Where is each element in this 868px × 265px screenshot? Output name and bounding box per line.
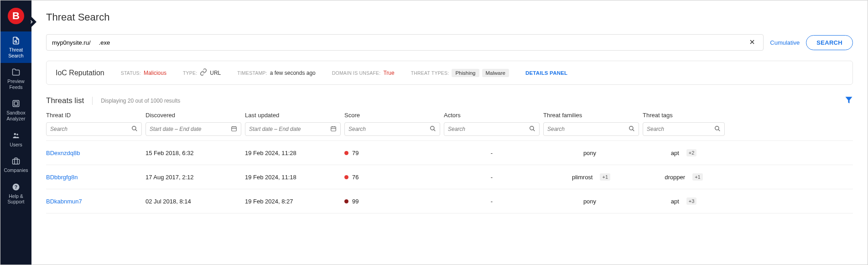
status-label: STATUS: [121, 70, 141, 76]
svg-marker-11 [846, 97, 852, 103]
search-icon[interactable] [430, 125, 436, 133]
threat-id-link[interactable]: BDexnzdq8b [46, 150, 80, 156]
search-input[interactable] [52, 35, 747, 50]
svg-point-22 [431, 126, 434, 130]
link-icon [200, 68, 207, 77]
users-icon [11, 131, 21, 140]
timestamp-value: a few seconds ago [270, 70, 316, 76]
domain-unsafe-label: DOMAIN IS UNSAFE: [332, 70, 381, 76]
search-row: Cumulative SEARCH [46, 34, 853, 51]
filter-discovered-input[interactable] [150, 126, 228, 132]
details-panel-link[interactable]: DETAILS PANEL [525, 70, 567, 76]
sidebar: B Threat Search Preview Feeds Sandbox An… [0, 0, 31, 265]
score-dot-icon [344, 199, 348, 203]
svg-line-13 [135, 129, 137, 131]
more-badge[interactable]: +2 [686, 149, 697, 156]
page-title: Threat Search [46, 11, 853, 23]
sidebar-item-preview-feeds[interactable]: Preview Feeds [0, 63, 31, 94]
updated-cell: 19 Feb 2024, 11:28 [245, 150, 341, 156]
search-icon[interactable] [629, 125, 635, 133]
svg-rect-18 [331, 126, 336, 130]
sidebar-item-companies[interactable]: Companies [0, 152, 31, 178]
threats-table: Threat ID Discovered Last updated [46, 112, 853, 213]
filter-icon[interactable] [845, 96, 853, 105]
type-field: TYPE: URL [183, 68, 221, 77]
more-badge[interactable]: +3 [686, 197, 697, 205]
filter-tags-input[interactable] [647, 126, 712, 132]
updated-cell: 19 Feb 2024, 11:18 [245, 174, 341, 181]
filter-tags[interactable] [643, 122, 725, 136]
table-header: Threat ID Discovered Last updated [46, 112, 853, 141]
search-button[interactable]: SEARCH [806, 35, 853, 50]
col-score: Score [344, 112, 440, 119]
sidebar-item-threat-search[interactable]: Threat Search [0, 31, 31, 63]
domain-unsafe-field: DOMAIN IS UNSAFE: True [332, 70, 395, 76]
ioc-reputation-title: IoC Reputation [56, 69, 104, 77]
ioc-reputation-panel: IoC Reputation STATUS: Malicious TYPE: U… [46, 61, 853, 85]
svg-rect-3 [14, 102, 18, 106]
filter-updated-input[interactable] [249, 126, 327, 132]
svg-rect-14 [232, 126, 237, 130]
filter-threat-id-input[interactable] [50, 126, 129, 132]
filter-score-input[interactable] [348, 126, 427, 132]
filter-score[interactable] [344, 122, 440, 136]
search-icon[interactable] [131, 125, 138, 133]
clear-search-button[interactable] [747, 36, 758, 49]
timestamp-label: TIMESTAMP: [237, 70, 267, 76]
table-row: BDbbrgfg8n 17 Aug 2017, 2:12 19 Feb 2024… [46, 165, 853, 189]
sidebar-item-label: Help & Support [2, 193, 30, 205]
search-box [46, 34, 764, 51]
search-icon[interactable] [529, 125, 535, 133]
status-value: Malicious [144, 70, 166, 76]
threat-id-link[interactable]: BDbbrgfg8n [46, 174, 78, 181]
svg-point-12 [132, 126, 136, 130]
status-field: STATUS: Malicious [121, 70, 166, 76]
more-badge[interactable]: +1 [600, 173, 610, 181]
svg-text:?: ? [15, 184, 17, 190]
filter-updated[interactable] [245, 122, 341, 136]
domain-unsafe-value: True [383, 70, 394, 76]
svg-rect-2 [13, 101, 19, 107]
threat-types-label: THREAT TYPES: [411, 70, 449, 76]
col-families: Threat families [543, 112, 639, 119]
families-cell: plimrost+1 [543, 173, 639, 181]
threats-list-header: Threats list Displaying 20 out of 1000 r… [46, 96, 853, 105]
threats-list-title: Threats list [46, 96, 84, 105]
filter-actors-input[interactable] [448, 126, 526, 132]
filter-families-input[interactable] [547, 126, 626, 132]
score-cell: 79 [344, 150, 440, 156]
calendar-icon[interactable] [330, 125, 337, 133]
filter-discovered[interactable] [146, 122, 241, 136]
help-icon: ? [11, 182, 21, 192]
filter-threat-id[interactable] [46, 122, 142, 136]
cumulative-link[interactable]: Cumulative [770, 39, 800, 46]
calendar-icon[interactable] [231, 125, 237, 133]
threat-id-link[interactable]: BDkabnmun7 [46, 198, 82, 205]
svg-line-25 [533, 129, 535, 131]
filter-actors[interactable] [444, 122, 540, 136]
svg-point-4 [14, 133, 16, 135]
search-icon[interactable] [714, 125, 721, 133]
more-badge[interactable]: +1 [692, 173, 703, 181]
svg-point-0 [15, 41, 16, 42]
discovered-cell: 15 Feb 2018, 6:32 [146, 150, 241, 156]
logo-badge: B [8, 8, 24, 24]
sidebar-item-users[interactable]: Users [0, 126, 31, 152]
sidebar-item-label: Threat Search [2, 47, 30, 58]
threat-type-chip: Phishing [452, 69, 479, 77]
score-cell: 76 [344, 174, 440, 181]
svg-rect-6 [13, 159, 20, 164]
file-search-icon [11, 36, 21, 45]
type-label: TYPE: [183, 70, 197, 76]
score-cell: 99 [344, 198, 440, 205]
svg-point-24 [530, 126, 534, 130]
svg-point-28 [715, 126, 719, 130]
svg-point-26 [629, 126, 633, 130]
svg-point-5 [16, 133, 18, 135]
filter-families[interactable] [543, 122, 639, 136]
sidebar-item-help-support[interactable]: ? Help & Support [0, 178, 31, 209]
sidebar-item-sandbox-analyzer[interactable]: Sandbox Analyzer [0, 94, 31, 126]
threat-types-field: THREAT TYPES: Phishing Malware [411, 69, 509, 77]
families-cell: pony [543, 150, 639, 156]
sidebar-item-label: Companies [4, 167, 28, 173]
